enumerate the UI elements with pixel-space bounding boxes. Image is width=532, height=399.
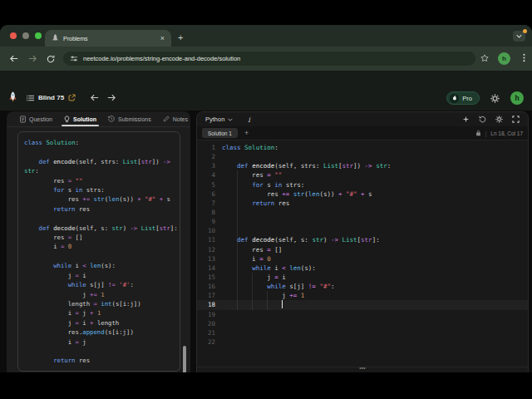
code-text: i = 0 bbox=[222, 255, 271, 263]
line-number: 19 bbox=[197, 311, 215, 318]
code-line: res = "" bbox=[24, 176, 174, 185]
line-number: 15 bbox=[197, 273, 215, 281]
tab-notes-label: Notes bbox=[173, 116, 188, 122]
next-problem-icon[interactable] bbox=[107, 94, 116, 101]
forward-icon[interactable] bbox=[28, 55, 37, 62]
zoom-window-button[interactable] bbox=[35, 32, 42, 39]
neetcode-logo-rocket-icon[interactable] bbox=[8, 91, 17, 102]
browser-tab-problems[interactable]: Problems × bbox=[45, 30, 171, 47]
editor-line[interactable]: 13 i = 0 bbox=[197, 254, 528, 264]
editor-tab-solution-1[interactable]: Solution 1 bbox=[202, 128, 238, 138]
editor-lines[interactable]: 1class Solution:2 3 def encode(self, str… bbox=[197, 143, 528, 347]
language-selector[interactable]: Python bbox=[205, 116, 233, 123]
editor-line[interactable]: 21 bbox=[197, 328, 528, 337]
tab-question[interactable]: Question bbox=[14, 111, 58, 126]
code-text: res = [] bbox=[222, 246, 282, 254]
prev-problem-icon[interactable] bbox=[91, 94, 99, 101]
code-line: i = 0 bbox=[24, 242, 174, 251]
tab-notes[interactable]: Notes bbox=[157, 111, 194, 126]
editor-toolbar: Python i bbox=[197, 112, 528, 126]
address-bar[interactable]: neetcode.io/problems/string-encode-and-d… bbox=[63, 52, 475, 66]
info-icon[interactable]: i bbox=[248, 116, 250, 124]
chevron-down-icon bbox=[228, 118, 233, 121]
editor-tabbar: Solution 1 + | Ln 18, Col 17 bbox=[197, 126, 528, 140]
document-icon bbox=[20, 116, 26, 123]
editor-line[interactable]: 5 for s in strs: bbox=[197, 180, 528, 190]
code-text bbox=[222, 329, 226, 337]
code-text bbox=[222, 227, 226, 234]
line-number: 17 bbox=[197, 292, 215, 299]
pencil-note-icon bbox=[163, 116, 170, 122]
sparkle-icon[interactable] bbox=[462, 116, 470, 123]
editor-line[interactable]: 11 def decode(self, s: str) -> List[str]… bbox=[197, 235, 528, 244]
editor-line[interactable]: 15 j = i bbox=[197, 273, 528, 282]
line-number: 18 bbox=[197, 301, 215, 308]
tab-title: Problems bbox=[63, 36, 160, 42]
editor-line[interactable]: 12 res = [] bbox=[197, 245, 528, 254]
code-line: i = j bbox=[24, 337, 174, 347]
playlist-selector[interactable]: Blind 75 bbox=[27, 94, 76, 101]
editor-line[interactable]: 2 bbox=[197, 152, 528, 161]
fullscreen-icon[interactable] bbox=[512, 116, 520, 123]
minimize-window-button[interactable] bbox=[22, 32, 29, 39]
line-number: 2 bbox=[197, 153, 215, 160]
site-header: Blind 75 Pro bbox=[0, 71, 532, 111]
browser-menu-icon[interactable] bbox=[523, 53, 525, 62]
editor-settings-gear-icon[interactable] bbox=[495, 116, 503, 123]
reset-code-icon[interactable] bbox=[479, 116, 486, 123]
line-number: 10 bbox=[197, 227, 215, 234]
code-line: j += 1 bbox=[24, 290, 174, 299]
pro-button[interactable]: Pro bbox=[446, 91, 480, 105]
screen: Problems × + bbox=[0, 0, 532, 399]
settings-gear-icon[interactable] bbox=[490, 94, 500, 103]
editor-line[interactable]: 22 bbox=[197, 337, 528, 347]
editor-line[interactable]: 19 bbox=[197, 310, 528, 319]
line-number: 21 bbox=[197, 329, 215, 337]
window-controls[interactable] bbox=[10, 32, 42, 39]
refresh-icon[interactable] bbox=[47, 55, 55, 63]
line-number: 9 bbox=[197, 218, 215, 225]
editor-line[interactable]: 4 res = "" bbox=[197, 170, 528, 180]
left-panel-scrollbar[interactable] bbox=[183, 346, 186, 372]
user-avatar[interactable]: h bbox=[510, 91, 524, 105]
code-line: length = int(s[i:j]) bbox=[24, 299, 174, 308]
editor-line[interactable]: 7 return res bbox=[197, 199, 528, 208]
editor-line[interactable]: 20 bbox=[197, 319, 528, 328]
editor-line[interactable]: 18 bbox=[197, 300, 528, 309]
history-icon bbox=[108, 116, 115, 122]
status-separator: | bbox=[485, 131, 487, 136]
close-window-button[interactable] bbox=[10, 32, 17, 39]
editor-line[interactable]: 1class Solution: bbox=[197, 143, 528, 152]
list-icon bbox=[27, 95, 34, 101]
editor-line[interactable]: 3 def encode(self, strs: List[str]) -> s… bbox=[197, 161, 528, 170]
back-icon[interactable] bbox=[10, 55, 18, 62]
bookmark-star-icon[interactable] bbox=[480, 54, 489, 62]
browser-profile-avatar[interactable]: h bbox=[498, 52, 510, 65]
code-text bbox=[222, 338, 226, 346]
editor-line[interactable]: 14 while i < len(s): bbox=[197, 264, 528, 273]
editor-line[interactable]: 17 j += 1 bbox=[197, 291, 528, 300]
editor-line[interactable]: 8 bbox=[197, 208, 528, 217]
editor-line[interactable]: 10 bbox=[197, 226, 528, 235]
browser-window: Problems × + bbox=[0, 25, 532, 372]
console-bar: Console Run Submit bbox=[197, 369, 528, 372]
editor-line[interactable]: 16 while s[j] != "#": bbox=[197, 282, 528, 291]
add-solution-tab-button[interactable]: + bbox=[244, 129, 249, 137]
site-settings-tune-icon[interactable] bbox=[70, 55, 78, 62]
flame-icon bbox=[450, 94, 459, 103]
solution-code-block: class Solution: def encode(self, strs: L… bbox=[24, 138, 174, 366]
tab-submissions[interactable]: Submissions bbox=[102, 111, 157, 126]
editor-body[interactable]: 1class Solution:2 3 def encode(self, str… bbox=[197, 140, 528, 367]
code-line bbox=[24, 147, 174, 156]
code-text bbox=[222, 218, 226, 225]
profile-chevron-button[interactable] bbox=[513, 31, 525, 42]
tab-close-icon[interactable]: × bbox=[160, 34, 165, 42]
editor-line[interactable]: 6 res += str(len(s)) + "#" + s bbox=[197, 190, 528, 199]
editor-line[interactable]: 9 bbox=[197, 217, 528, 226]
line-number: 4 bbox=[197, 171, 215, 179]
external-link-icon[interactable] bbox=[68, 94, 76, 101]
tab-solution[interactable]: Solution bbox=[58, 111, 102, 126]
new-tab-button[interactable]: + bbox=[178, 30, 183, 45]
tab-solution-label: Solution bbox=[73, 116, 96, 122]
browser-tabstrip: Problems × + bbox=[0, 25, 532, 47]
